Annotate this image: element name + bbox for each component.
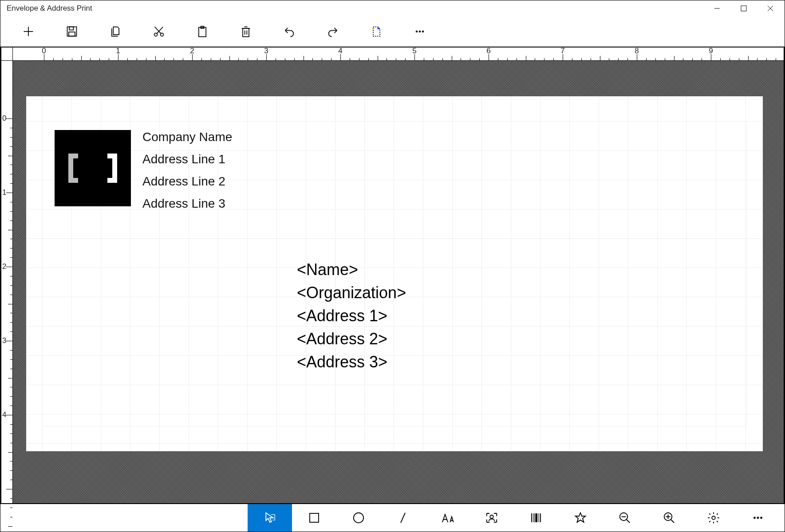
sender-addr1: Address Line 1 [142,152,232,166]
sender-addr3: Address Line 3 [142,197,232,211]
envelope-page[interactable]: Company Name Address Line 1 Address Line… [26,96,763,451]
svg-point-43 [757,517,759,519]
title-bar: Envelope & Address Print [0,0,785,16]
sender-block[interactable]: Company Name Address Line 1 Address Line… [55,130,232,219]
sender-addr2: Address Line 2 [142,174,232,189]
svg-point-41 [712,516,715,520]
svg-point-24 [354,513,364,523]
svg-rect-8 [69,32,75,36]
bottom-more-button[interactable] [736,504,780,532]
company-logo[interactable] [55,130,131,206]
settings-button[interactable] [691,504,736,532]
line-tool-button[interactable] [381,504,425,532]
recipient-addr1: <Address 1> [297,307,406,325]
delete-button[interactable] [224,16,268,47]
maximize-button[interactable] [730,0,757,16]
rectangle-tool-button[interactable] [292,504,336,532]
svg-point-42 [754,517,755,519]
svg-point-26 [490,515,493,519]
recipient-name: <Name> [297,260,406,279]
contact-tool-button[interactable] [469,504,514,532]
close-button[interactable] [757,0,784,16]
svg-marker-33 [576,513,586,522]
recipient-addr3: <Address 3> [297,353,406,371]
svg-rect-15 [243,28,249,37]
svg-line-35 [627,520,630,523]
svg-line-38 [671,520,675,523]
svg-point-21 [419,31,421,32]
svg-point-22 [422,31,424,32]
recipient-block[interactable]: <Name> <Organization> <Address 1> <Addre… [297,260,406,376]
work-area: 0123456789 01234 Company Name Address Li… [0,47,785,504]
sender-lines[interactable]: Company Name Address Line 1 Address Line… [142,130,232,219]
svg-rect-1 [741,6,746,11]
zoom-out-button[interactable] [603,504,647,532]
window-title: Envelope & Address Print [7,4,92,13]
circle-tool-button[interactable] [336,504,381,532]
zoom-in-button[interactable] [647,504,691,532]
sender-company: Company Name [142,130,232,144]
ruler-corner [1,47,13,61]
ruler-vertical[interactable]: 01234 [1,61,13,503]
star-tool-button[interactable] [558,504,603,532]
svg-rect-23 [310,513,319,522]
select-tool-button[interactable] [248,504,292,532]
new-button[interactable] [7,16,50,47]
svg-point-44 [761,517,762,519]
text-tool-button[interactable] [425,504,469,532]
more-button[interactable] [398,16,442,47]
bottom-toolbar [0,504,785,532]
barcode-tool-button[interactable] [514,504,558,532]
svg-point-20 [416,31,418,32]
svg-rect-7 [69,27,73,30]
save-button[interactable] [50,16,94,47]
app-window: Envelope & Address Print 0123456789 0123… [0,0,785,532]
undo-button[interactable] [268,16,311,47]
recipient-org: <Organization> [297,284,406,302]
redo-button[interactable] [311,16,355,47]
paste-button[interactable] [181,16,224,47]
svg-line-25 [401,513,405,523]
copy-button[interactable] [94,16,137,47]
cut-button[interactable] [137,16,181,47]
canvas-viewport[interactable]: Company Name Address Line 1 Address Line… [13,61,784,503]
minimize-button[interactable] [704,0,730,16]
ruler-horizontal[interactable]: 0123456789 [13,47,784,61]
recipient-addr2: <Address 2> [297,330,406,348]
window-controls [704,0,784,16]
top-toolbar [0,16,785,47]
new-page-button[interactable] [355,16,398,47]
